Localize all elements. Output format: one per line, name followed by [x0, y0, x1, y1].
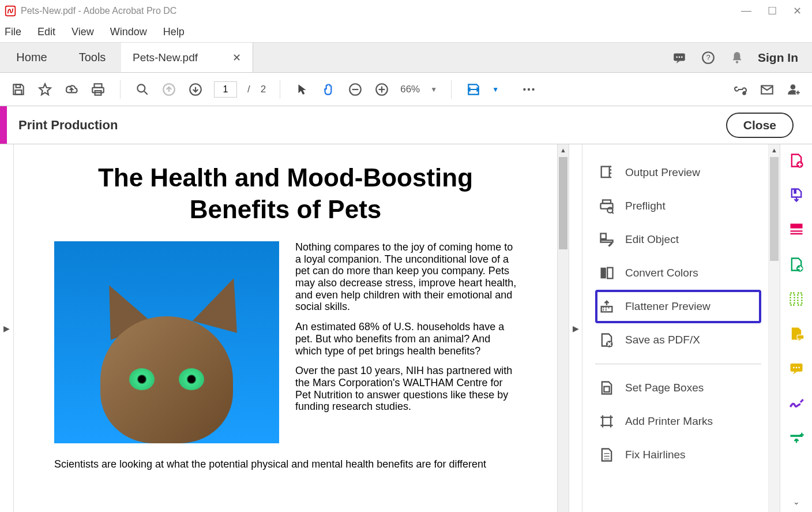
strip-measure-icon[interactable] — [788, 291, 805, 307]
page-number-input[interactable] — [214, 81, 237, 98]
panel-scrollbar[interactable]: ▲ — [768, 144, 780, 512]
tab-tools[interactable]: Tools — [63, 43, 121, 72]
panel-item-label: Edit Object — [625, 233, 679, 246]
window-title: Pets-New.pdf - Adobe Acrobat Pro DC — [21, 6, 741, 16]
svg-rect-39 — [607, 268, 612, 279]
strip-send-icon[interactable] — [788, 256, 805, 272]
close-window-button[interactable]: ✕ — [793, 5, 802, 17]
notifications-icon[interactable] — [729, 50, 745, 66]
panel-item-label: Output Preview — [625, 166, 700, 179]
panel-output-preview[interactable]: Output Preview — [595, 156, 761, 189]
svg-point-52 — [795, 367, 797, 368]
scroll-up-icon[interactable]: ▲ — [558, 144, 569, 156]
tools-panel: Output Preview Preflight Edit Object Con… — [582, 144, 780, 512]
svg-rect-42 — [604, 387, 609, 392]
set-page-boxes-icon — [599, 380, 615, 396]
page-total: 2 — [261, 84, 266, 95]
tab-close-icon[interactable]: ✕ — [232, 51, 241, 64]
email-icon[interactable] — [759, 81, 775, 98]
strip-comment-icon[interactable] — [788, 326, 805, 342]
strip-sticky-note-icon[interactable] — [788, 360, 805, 376]
panel-item-label: Flattener Preview — [625, 300, 710, 313]
panel-item-label: Save as PDF/X — [625, 334, 700, 346]
save-icon[interactable] — [10, 81, 27, 98]
maximize-button[interactable]: ☐ — [768, 5, 777, 17]
panel-edit-object[interactable]: Edit Object — [595, 223, 761, 256]
search-icon[interactable] — [134, 81, 151, 98]
flattener-preview-icon — [599, 298, 615, 315]
scroll-thumb[interactable] — [770, 157, 779, 261]
zoom-level[interactable]: 66% — [400, 84, 420, 95]
sign-in-button[interactable]: Sign In — [758, 51, 798, 65]
acrobat-app-icon — [5, 5, 16, 17]
strip-chevron-down-icon[interactable]: ⌄ — [793, 497, 800, 506]
strip-export-pdf-icon[interactable] — [788, 187, 805, 203]
strip-more-tools-icon[interactable] — [788, 429, 805, 446]
panel-preflight[interactable]: Preflight — [595, 189, 761, 223]
svg-point-23 — [528, 88, 530, 90]
edit-object-icon — [599, 231, 615, 248]
page-separator: / — [247, 84, 250, 95]
strip-organize-icon[interactable] — [788, 222, 805, 238]
panel-save-as-pdfx[interactable]: Save as PDF/X — [595, 323, 761, 357]
tab-document-label: Pets-New.pdf — [133, 51, 198, 64]
scroll-up-icon[interactable]: ▲ — [769, 144, 780, 156]
hand-tool-icon[interactable] — [321, 81, 337, 98]
panel-convert-colors[interactable]: Convert Colors — [595, 256, 761, 290]
panel-fix-hairlines[interactable]: Fix Hairlines — [595, 438, 761, 472]
zoom-in-icon[interactable] — [374, 81, 390, 98]
main-toolbar: / 2 66% ▼ ▼ — [0, 73, 812, 106]
svg-rect-49 — [797, 335, 804, 339]
left-panel-toggle[interactable]: ▶ — [0, 144, 14, 512]
svg-rect-47 — [790, 293, 794, 305]
share-link-icon[interactable] — [732, 81, 749, 98]
menu-edit[interactable]: Edit — [37, 26, 55, 38]
svg-point-3 — [679, 56, 681, 58]
panel-add-printer-marks[interactable]: Add Printer Marks — [595, 405, 761, 438]
svg-rect-48 — [798, 293, 802, 305]
star-icon[interactable] — [37, 81, 53, 98]
strip-create-pdf-icon[interactable] — [788, 152, 805, 169]
scroll-thumb[interactable] — [559, 157, 567, 249]
menu-window[interactable]: Window — [110, 26, 147, 38]
document-para: Scientists are looking at what the poten… — [54, 458, 517, 470]
document-heading: The Health and Mood-Boosting Benefits of… — [54, 162, 517, 225]
preflight-icon — [599, 198, 615, 214]
svg-rect-36 — [601, 234, 606, 239]
more-options-icon[interactable] — [521, 81, 537, 98]
chevron-right-icon: ▶ — [3, 324, 10, 333]
context-close-button[interactable]: Close — [726, 113, 794, 138]
strip-sign-icon[interactable] — [788, 395, 805, 411]
zoom-out-icon[interactable] — [347, 81, 363, 98]
zoom-caret-icon[interactable]: ▼ — [430, 85, 437, 94]
menu-file[interactable]: File — [5, 26, 21, 38]
share-user-icon[interactable] — [785, 81, 802, 98]
menu-help[interactable]: Help — [163, 26, 185, 38]
svg-point-27 — [791, 84, 796, 89]
previous-page-icon[interactable] — [161, 81, 177, 98]
right-panel-toggle[interactable]: ▶ — [569, 144, 582, 512]
document-scrollbar[interactable]: ▲ — [557, 144, 569, 512]
tab-home[interactable]: Home — [0, 43, 63, 72]
pointer-icon[interactable] — [294, 81, 310, 98]
tab-document[interactable]: Pets-New.pdf ✕ — [121, 43, 253, 72]
svg-point-13 — [137, 84, 145, 92]
fit-width-icon[interactable] — [465, 81, 482, 98]
messages-icon[interactable] — [671, 50, 687, 66]
next-page-icon[interactable] — [187, 81, 204, 98]
panel-item-label: Convert Colors — [625, 267, 698, 279]
context-title: Print Production — [18, 118, 118, 133]
svg-line-14 — [144, 91, 147, 94]
svg-point-24 — [532, 88, 534, 90]
help-icon[interactable]: ? — [700, 50, 716, 66]
svg-rect-43 — [603, 417, 611, 425]
menu-view[interactable]: View — [72, 26, 94, 38]
document-view[interactable]: The Health and Mood-Boosting Benefits of… — [14, 144, 569, 512]
panel-item-label: Add Printer Marks — [625, 415, 713, 428]
print-icon[interactable] — [90, 81, 106, 98]
panel-flattener-preview[interactable]: Flattener Preview — [595, 290, 761, 323]
cloud-upload-icon[interactable] — [63, 81, 80, 98]
minimize-button[interactable]: — — [741, 5, 751, 17]
panel-set-page-boxes[interactable]: Set Page Boxes — [595, 371, 761, 405]
fit-caret-icon[interactable]: ▼ — [492, 85, 499, 94]
